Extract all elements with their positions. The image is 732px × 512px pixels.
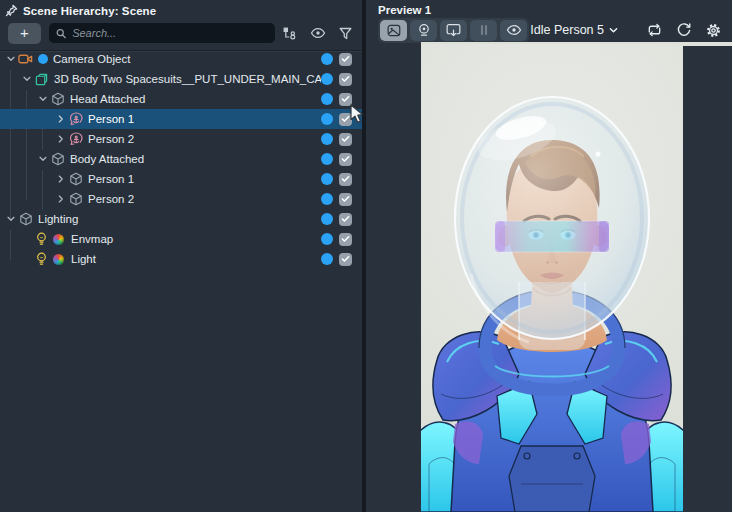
tree-item-label: Person 2 [88,133,321,145]
panel-title: Scene Hierarchy: Scene [23,5,156,17]
visibility-dot[interactable] [321,213,333,225]
group-cube-icon [50,152,65,167]
tree-item-label: Head Attached [70,93,321,105]
visibility-dot[interactable] [321,113,333,125]
scene-hierarchy-header: Scene Hierarchy: Scene [0,0,362,19]
tree-item-light[interactable]: Light [0,249,362,269]
animation-dropdown[interactable]: Idle Person 5 [530,23,618,37]
visibility-dot[interactable] [321,253,333,265]
preview-viewport[interactable] [421,44,683,512]
tree-item-label: Light [71,253,321,265]
chevron-down-icon[interactable] [4,212,18,226]
enabled-checkbox[interactable] [339,213,352,226]
scene-hierarchy-panel: Scene Hierarchy: Scene + [0,0,362,512]
enabled-checkbox[interactable] [339,53,352,66]
tree-item-3d-body[interactable]: 3D Body Two Spacesuits__PUT_UNDER_MAIN_C… [0,69,362,89]
tree-item-label: Lighting [38,213,321,225]
chevron-down-icon[interactable] [36,152,50,166]
cube-3d-icon [34,72,49,87]
preview-title: Preview 1 [366,0,732,17]
camera-icon [18,52,33,67]
group-cube-icon [68,192,83,207]
add-object-button[interactable]: + [8,23,41,44]
group-cube-icon [50,92,65,107]
chevron-right-icon[interactable] [54,172,68,186]
preview-toolbar: Idle Person 5 [378,17,722,43]
search-input[interactable] [72,27,268,39]
tree-item-label: Person 1 [88,113,321,125]
chevron-down-icon[interactable] [36,92,50,106]
tree-item-head-attached[interactable]: Head Attached [0,89,362,109]
tree-item-label: Envmap [71,233,321,245]
object-color-dot [38,54,48,64]
tree-item-envmap[interactable]: Envmap [0,229,362,249]
lightbulb-icon [34,252,49,267]
enabled-checkbox[interactable] [339,73,352,86]
pause-button[interactable] [470,20,497,41]
visibility-dot[interactable] [321,233,333,245]
pin-icon[interactable] [5,4,18,17]
visibility-dot[interactable] [321,93,333,105]
settings-gear-icon[interactable] [705,22,722,39]
enabled-checkbox[interactable] [339,193,352,206]
hierarchy-toolbar: + [8,20,354,46]
tree-item-person-1-head[interactable]: Person 1 [0,109,362,129]
scene-image-button[interactable] [380,20,407,41]
enabled-checkbox[interactable] [339,173,352,186]
eye-button[interactable] [500,20,527,41]
group-cube-icon [68,172,83,187]
chevron-down-icon[interactable] [4,52,18,66]
character-render [421,44,683,512]
visibility-dot[interactable] [321,173,333,185]
chevron-down-icon [609,27,618,34]
visibility-dot[interactable] [321,73,333,85]
chevron-right-icon[interactable] [54,112,68,126]
tree-item-person-1-body[interactable]: Person 1 [0,169,362,189]
chevron-spacer [20,232,34,246]
eye-icon[interactable] [310,27,326,39]
reset-rotate-icon[interactable] [676,22,692,38]
head-anchor-icon [68,132,83,147]
preview-panel: Preview 1 [366,0,732,512]
tree-item-label: Camera Object [53,53,321,65]
group-cube-icon [18,212,33,227]
scene-tree: Camera Object 3D Body Two Spacesuits__PU… [0,49,362,269]
enabled-checkbox[interactable] [339,153,352,166]
chevron-down-icon[interactable] [20,72,34,86]
filter-icon[interactable] [339,27,352,40]
tree-item-label: Body Attached [70,153,321,165]
tree-item-label: Person 1 [88,173,321,185]
preview-mode-segmented-control [378,18,529,43]
webcam-button[interactable] [410,20,437,41]
chevron-right-icon[interactable] [54,192,68,206]
head-anchor-icon [68,112,83,127]
enabled-checkbox[interactable] [339,133,352,146]
search-icon [56,28,66,39]
chevron-right-icon[interactable] [54,132,68,146]
tree-item-body-attached[interactable]: Body Attached [0,149,362,169]
tree-item-camera-object[interactable]: Camera Object [0,49,362,69]
lightbulb-icon [34,232,49,247]
visibility-dot[interactable] [321,193,333,205]
chevron-spacer [20,252,34,266]
visibility-dot[interactable] [321,53,333,65]
color-sphere-icon [51,232,66,247]
color-sphere-icon [51,252,66,267]
screen-cast-button[interactable] [440,20,467,41]
swap-icon[interactable] [646,22,663,38]
mouse-cursor [350,104,364,124]
enabled-checkbox[interactable] [339,233,352,246]
search-box[interactable] [49,23,275,43]
tree-item-person-2-body[interactable]: Person 2 [0,189,362,209]
tree-item-label: 3D Body Two Spacesuits__PUT_UNDER_MAIN_C… [54,73,321,85]
enabled-checkbox[interactable] [339,253,352,266]
visibility-dot[interactable] [321,133,333,145]
tree-item-lighting[interactable]: Lighting [0,209,362,229]
visibility-dot[interactable] [321,153,333,165]
tree-structure-icon[interactable] [283,27,297,40]
animation-dropdown-label: Idle Person 5 [530,23,604,37]
tree-item-person-2-head[interactable]: Person 2 [0,129,362,149]
tree-item-label: Person 2 [88,193,321,205]
